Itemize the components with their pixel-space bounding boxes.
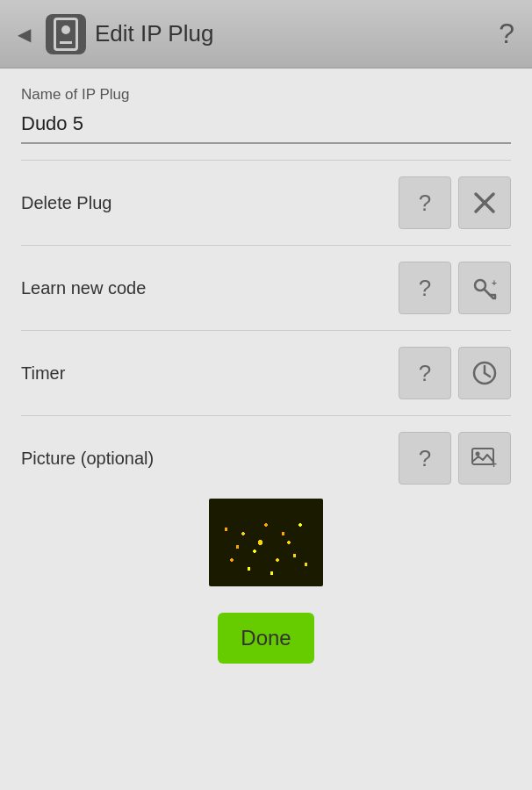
svg-line-9 (485, 373, 490, 377)
delete-plug-action-button[interactable] (458, 176, 511, 229)
divider-2 (21, 245, 511, 246)
question-icon: ? (419, 445, 431, 472)
svg-text:+: + (491, 458, 497, 470)
name-label: Name of IP Plug (21, 86, 511, 104)
key-add-icon: + (471, 274, 499, 302)
svg-point-11 (476, 452, 480, 456)
back-button[interactable]: ◀ (11, 21, 37, 47)
content: Name of IP Plug Delete Plug ? Learn new … (0, 68, 532, 681)
learn-new-code-help-button[interactable]: ? (399, 262, 451, 314)
divider-3 (21, 330, 511, 331)
picture-action-button[interactable]: + (458, 432, 511, 485)
learn-new-code-label: Learn new code (21, 278, 392, 298)
delete-plug-row: Delete Plug ? (21, 176, 511, 229)
svg-text:+: + (492, 278, 497, 288)
picture-label: Picture (optional) (21, 449, 392, 469)
question-icon: ? (419, 275, 431, 302)
timer-label: Timer (21, 363, 392, 384)
timer-action-button[interactable] (458, 347, 511, 399)
question-icon: ? (419, 360, 431, 387)
question-icon: ? (419, 190, 431, 217)
name-input[interactable] (21, 109, 511, 144)
delete-plug-help-button[interactable]: ? (399, 176, 451, 229)
delete-plug-label: Delete Plug (21, 193, 392, 213)
timer-help-button[interactable]: ? (399, 347, 451, 399)
divider-4 (21, 415, 511, 416)
learn-new-code-row: Learn new code ? + (21, 262, 511, 314)
learn-new-code-action-button[interactable]: + (458, 262, 511, 314)
picture-row: Picture (optional) ? + (21, 432, 511, 485)
picture-preview[interactable] (209, 499, 323, 586)
timer-row: Timer ? (21, 347, 511, 399)
divider-1 (21, 160, 511, 161)
help-button[interactable]: ? (492, 18, 521, 50)
picture-help-button[interactable]: ? (399, 432, 451, 485)
picture-section: Picture (optional) ? + (21, 432, 511, 586)
done-button[interactable]: Done (218, 613, 314, 664)
picture-image (209, 499, 323, 586)
app-icon (46, 14, 86, 54)
header: ◀ Edit IP Plug ? (0, 0, 532, 68)
clock-icon (471, 359, 499, 387)
image-add-icon: + (471, 444, 499, 472)
name-field-section: Name of IP Plug (21, 86, 511, 144)
page-title: Edit IP Plug (95, 20, 492, 47)
close-icon (471, 189, 499, 217)
